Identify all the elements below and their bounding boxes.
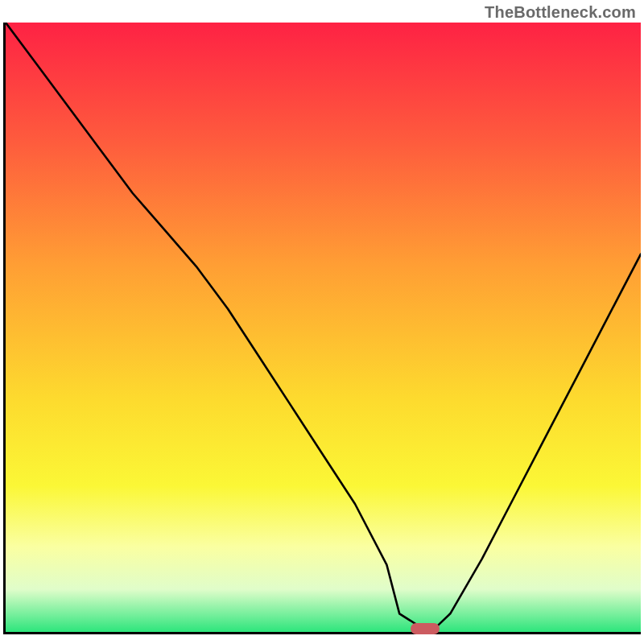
optimal-marker — [411, 623, 440, 634]
watermark-text: TheBottleneck.com — [485, 3, 636, 22]
plot-axes — [3, 23, 641, 634]
